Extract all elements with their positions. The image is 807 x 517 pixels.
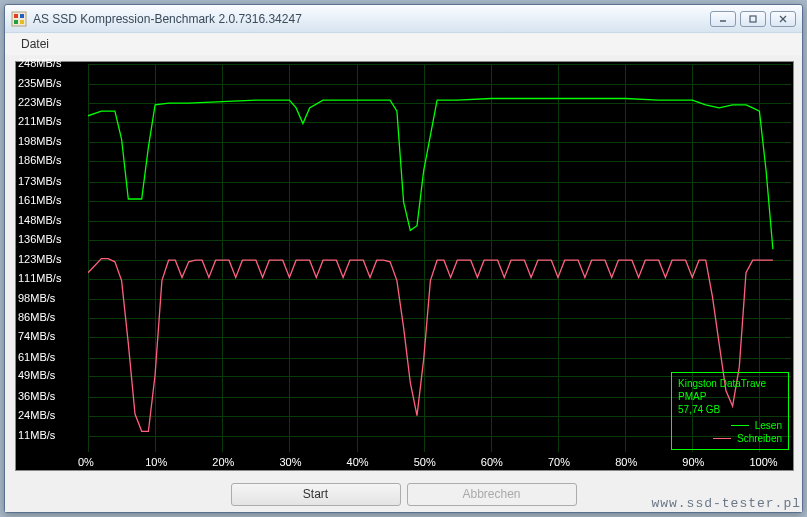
y-tick-label: 24MB/s xyxy=(18,409,55,421)
x-tick-label: 10% xyxy=(145,456,167,468)
app-window: AS SSD Kompression-Benchmark 2.0.7316.34… xyxy=(4,4,803,513)
legend-write-row: Schreiben xyxy=(678,432,782,445)
y-tick-label: 123MB/s xyxy=(18,253,61,265)
y-tick-label: 148MB/s xyxy=(18,214,61,226)
x-tick-label: 20% xyxy=(212,456,234,468)
abort-button: Abbrechen xyxy=(407,483,577,506)
x-tick-label: 50% xyxy=(414,456,436,468)
legend-capacity: 57,74 GB xyxy=(678,403,782,416)
watermark: www.ssd-tester.pl xyxy=(651,496,801,511)
y-tick-label: 74MB/s xyxy=(18,330,55,342)
series-lesen xyxy=(88,99,773,250)
legend-read-label: Lesen xyxy=(755,419,782,432)
x-tick-label: 100% xyxy=(749,456,777,468)
maximize-button[interactable] xyxy=(740,11,766,27)
svg-rect-6 xyxy=(750,16,756,22)
y-tick-label: 11MB/s xyxy=(18,429,55,441)
x-tick-label: 40% xyxy=(347,456,369,468)
y-tick-label: 198MB/s xyxy=(18,135,61,147)
legend-device: Kingston DataTrave xyxy=(678,377,782,390)
chart-area: 248MB/s235MB/s223MB/s211MB/s198MB/s186MB… xyxy=(15,61,794,471)
x-tick-label: 60% xyxy=(481,456,503,468)
y-tick-label: 173MB/s xyxy=(18,175,61,187)
window-buttons xyxy=(710,11,796,27)
y-tick-label: 186MB/s xyxy=(18,154,61,166)
y-tick-label: 111MB/s xyxy=(18,272,61,284)
y-tick-label: 136MB/s xyxy=(18,233,61,245)
y-tick-label: 49MB/s xyxy=(18,369,55,381)
y-tick-label: 98MB/s xyxy=(18,292,55,304)
start-button[interactable]: Start xyxy=(231,483,401,506)
y-tick-label: 223MB/s xyxy=(18,96,61,108)
svg-rect-4 xyxy=(20,20,24,24)
legend-read-row: Lesen xyxy=(678,419,782,432)
y-tick-label: 61MB/s xyxy=(18,351,55,363)
y-tick-label: 235MB/s xyxy=(18,77,61,89)
y-tick-label: 211MB/s xyxy=(18,115,61,127)
svg-rect-2 xyxy=(20,14,24,18)
legend-box: Kingston DataTrave PMAP 57,74 GB Lesen S… xyxy=(671,372,789,450)
y-tick-label: 86MB/s xyxy=(18,311,55,323)
y-tick-label: 248MB/s xyxy=(18,57,61,69)
x-tick-label: 0% xyxy=(78,456,94,468)
titlebar[interactable]: AS SSD Kompression-Benchmark 2.0.7316.34… xyxy=(5,5,802,33)
app-icon xyxy=(11,11,27,27)
x-tick-label: 70% xyxy=(548,456,570,468)
window-title: AS SSD Kompression-Benchmark 2.0.7316.34… xyxy=(33,12,710,26)
y-tick-label: 36MB/s xyxy=(18,390,55,402)
y-tick-label: 161MB/s xyxy=(18,194,61,206)
menubar: Datei xyxy=(5,33,802,55)
x-tick-label: 90% xyxy=(682,456,704,468)
minimize-button[interactable] xyxy=(710,11,736,27)
x-tick-label: 80% xyxy=(615,456,637,468)
svg-rect-3 xyxy=(14,20,18,24)
legend-read-line xyxy=(731,425,749,426)
close-button[interactable] xyxy=(770,11,796,27)
menu-datei[interactable]: Datei xyxy=(13,35,57,53)
legend-firmware: PMAP xyxy=(678,390,782,403)
legend-write-line xyxy=(713,438,731,439)
svg-rect-1 xyxy=(14,14,18,18)
x-tick-label: 30% xyxy=(279,456,301,468)
legend-write-label: Schreiben xyxy=(737,432,782,445)
